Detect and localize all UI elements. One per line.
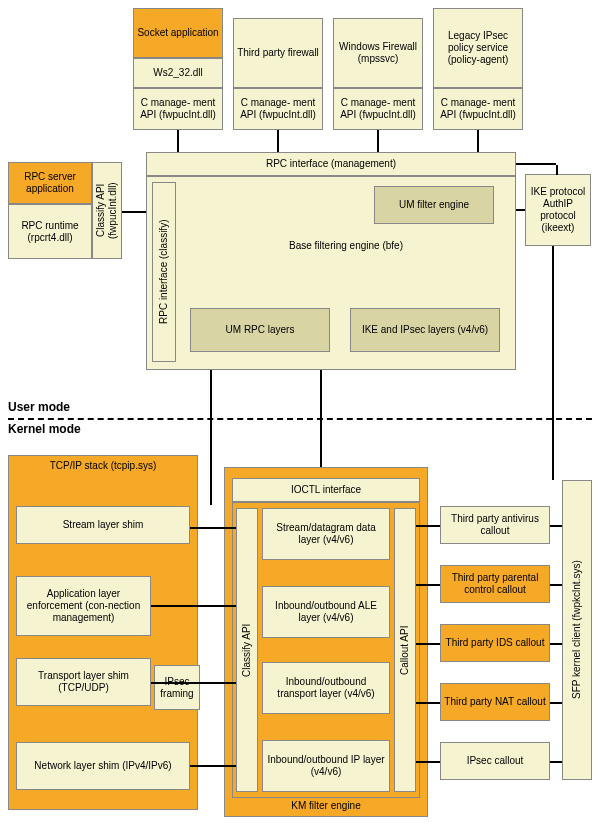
km-callout-api: Callout API (394, 508, 416, 792)
label: Socket application (137, 27, 218, 39)
label: IOCTL interface (291, 484, 361, 496)
label: C manage- ment API (fwpucInt.dll) (336, 97, 420, 121)
ale-layer: Inbound/outbound ALE layer (v4/v6) (262, 586, 390, 638)
label: Classify API (fwpucInt.dll) (95, 165, 119, 256)
label: Classify API (241, 623, 253, 676)
label: Base filtering engine (bfe) (289, 240, 403, 251)
ip-layer-km: Inbound/outbound IP layer (v4/v6) (262, 740, 390, 792)
label: Third party parental control callout (443, 572, 547, 596)
rpc-server-application: RPC server application (8, 162, 92, 204)
rpc-runtime: RPC runtime (rpcrt4.dll) (8, 204, 92, 259)
label: C manage- ment API (fwpucInt.dll) (236, 97, 320, 121)
label: RPC runtime (rpcrt4.dll) (11, 220, 89, 244)
label: Network layer shim (IPv4/IPv6) (34, 760, 171, 772)
label: IKE and IPsec layers (v4/v6) (362, 324, 488, 336)
label: UM RPC layers (226, 324, 295, 336)
kernel-mode-label: Kernel mode (8, 422, 81, 436)
label: Legacy IPsec policy service (policy-agen… (436, 30, 520, 66)
c-mgmt-api-2: C manage- ment API (fwpucInt.dll) (233, 88, 323, 130)
ws2-dll: Ws2_32.dll (133, 58, 223, 88)
rpc-interface-mgmt: RPC interface (management) (146, 152, 516, 176)
c-mgmt-api-3: C manage- ment API (fwpucInt.dll) (333, 88, 423, 130)
network-layer-shim: Network layer shim (IPv4/IPv6) (16, 742, 190, 790)
um-rpc-layers: UM RPC layers (190, 308, 330, 352)
label: Callout API (399, 625, 411, 674)
ale-enforcement: Application layer enforcement (con-necti… (16, 576, 151, 636)
label: Inbound/outbound IP layer (v4/v6) (265, 754, 387, 778)
label: IKE protocol AuthIP protocol (ikeext) (528, 186, 588, 234)
legacy-ipsec-policy: Legacy IPsec policy service (policy-agen… (433, 8, 523, 88)
label: Windows Firewall (mpssvc) (336, 41, 420, 65)
third-party-firewall: Third party firewall (233, 18, 323, 88)
antivirus-callout: Third party antivirus callout (440, 506, 550, 544)
label: Third party antivirus callout (443, 513, 547, 537)
label: C manage- ment API (fwpucInt.dll) (136, 97, 220, 121)
um-filter-engine: UM filter engine (374, 186, 494, 224)
label: Application layer enforcement (con-necti… (19, 588, 148, 624)
stream-datagram-layer: Stream/datagram data layer (v4/v6) (262, 508, 390, 560)
label: Inbound/outbound ALE layer (v4/v6) (265, 600, 387, 624)
label: RPC interface (classify) (158, 220, 170, 324)
ike-ipsec-layers: IKE and IPsec layers (v4/v6) (350, 308, 500, 352)
c-mgmt-api-4: C manage- ment API (fwpucInt.dll) (433, 88, 523, 130)
label: KM filter engine (291, 800, 360, 812)
ipsec-framing: IPsec framing (154, 665, 200, 710)
windows-firewall: Windows Firewall (mpssvc) (333, 18, 423, 88)
ike-authip-protocol: IKE protocol AuthIP protocol (ikeext) (525, 174, 591, 246)
mode-divider (8, 418, 592, 420)
nat-callout: Third party NAT callout (440, 683, 550, 721)
label: Ws2_32.dll (153, 67, 202, 79)
socket-application: Socket application (133, 8, 223, 58)
c-mgmt-api-1: C manage- ment API (fwpucInt.dll) (133, 88, 223, 130)
label: Kernel mode (8, 422, 81, 436)
stream-layer-shim: Stream layer shim (16, 506, 190, 544)
label: SFP kernel client (fwpkclnt.sys) (571, 561, 583, 700)
km-classify-api: Classify API (236, 508, 258, 792)
user-mode-label: User mode (8, 400, 70, 414)
label: Stream layer shim (63, 519, 144, 531)
ioctl-interface: IOCTL interface (232, 478, 420, 502)
rpc-interface-classify: RPC interface (classify) (152, 182, 176, 362)
label: Third party IDS callout (446, 637, 545, 649)
label: UM filter engine (399, 199, 469, 211)
sfp-kernel-client: SFP kernel client (fwpkclnt.sys) (562, 480, 592, 780)
label: User mode (8, 400, 70, 414)
ipsec-callout: IPsec callout (440, 742, 550, 780)
label: Inbound/outbound transport layer (v4/v6) (265, 676, 387, 700)
label: RPC interface (management) (266, 158, 396, 170)
transport-layer-shim: Transport layer shim (TCP/UDP) (16, 658, 151, 706)
label: IPsec callout (467, 755, 524, 767)
label: Stream/datagram data layer (v4/v6) (265, 522, 387, 546)
transport-layer-km: Inbound/outbound transport layer (v4/v6) (262, 662, 390, 714)
label: IPsec framing (157, 676, 197, 700)
label: Third party NAT callout (444, 696, 545, 708)
parental-callout: Third party parental control callout (440, 565, 550, 603)
bfe-label: Base filtering engine (bfe) (186, 240, 506, 251)
label: Third party firewall (237, 47, 319, 59)
label: RPC server application (11, 171, 89, 195)
ids-callout: Third party IDS callout (440, 624, 550, 662)
label: Transport layer shim (TCP/UDP) (19, 670, 148, 694)
label: C manage- ment API (fwpucInt.dll) (436, 97, 520, 121)
label: TCP/IP stack (tcpip.sys) (50, 460, 157, 472)
classify-api-user: Classify API (fwpucInt.dll) (92, 162, 122, 259)
